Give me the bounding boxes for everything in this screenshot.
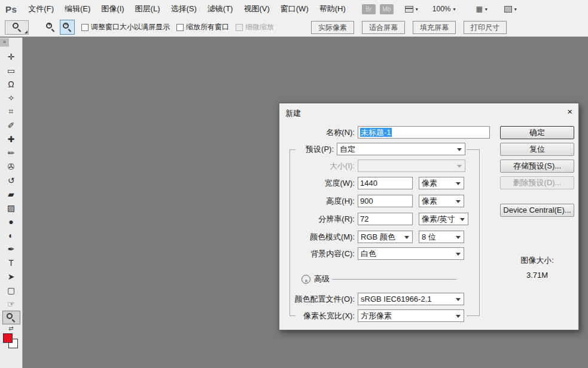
tool-crop[interactable]: ⌗ [2, 105, 20, 118]
fit-screen-button[interactable]: 适合屏幕 [362, 21, 405, 34]
zoom-tool-icon [13, 23, 22, 32]
zoom-in-button[interactable]: + [43, 20, 58, 35]
ok-button[interactable]: 确定 [500, 126, 574, 139]
pixel-aspect-dropdown[interactable]: 方形像素 [358, 309, 464, 322]
corner-arrow-icon [25, 30, 28, 33]
height-input[interactable]: 900 [358, 195, 413, 207]
lasso-tool-icon: Ω [8, 79, 14, 89]
crop-tool-icon: ⌗ [9, 106, 14, 116]
menu-window[interactable]: 窗口(W) [275, 0, 314, 18]
clone-stamp-tool-icon: ✇ [8, 162, 15, 171]
menu-view[interactable]: 视图(V) [238, 0, 275, 18]
actual-pixels-button[interactable]: 实际像素 [311, 21, 354, 34]
checkbox-icon [236, 24, 243, 31]
print-size-button[interactable]: 打印尺寸 [464, 21, 507, 34]
tool-type[interactable]: T [2, 256, 20, 269]
tool-brush[interactable]: ✏ [2, 146, 20, 160]
preset-dropdown[interactable]: 自定 [337, 143, 465, 155]
tool-pen[interactable]: ✒ [2, 242, 20, 256]
tool-gradient[interactable]: ▨ [2, 201, 20, 214]
tool-zoom[interactable] [2, 311, 20, 324]
advanced-toggle-button[interactable]: « [301, 275, 310, 284]
background-contents-dropdown[interactable]: 白色 [358, 247, 464, 260]
bit-depth-value: 8 位 [422, 232, 436, 241]
close-icon[interactable]: × [567, 106, 572, 116]
reset-button[interactable]: 复位 [500, 143, 574, 156]
save-preset-button[interactable]: 存储预设(S)... [500, 160, 574, 173]
menu-help[interactable]: 帮助(H) [314, 0, 351, 18]
path-selection-tool-icon: ➤ [8, 272, 15, 281]
tool-quick-selection[interactable]: ✧ [2, 91, 20, 105]
width-label: 宽度(W): [279, 177, 355, 190]
tool-dodge[interactable]: ◐ [2, 228, 20, 242]
foreground-color-swatch[interactable] [3, 333, 13, 343]
tool-healing-brush[interactable]: ✚ [2, 132, 20, 146]
background-contents-value: 白色 [361, 249, 376, 258]
screen-mode-button[interactable]: ▾ [501, 4, 520, 14]
tool-palette: » ✛ ▭ Ω ✧ ⌗ ✐ ✚ ✏ ✇ ↺ ▰ ▨ ● ◐ ✒ T ➤ ▢ ☞ … [0, 38, 23, 368]
eyedropper-tool-icon: ✐ [8, 121, 15, 130]
dialog-title: 新建 [285, 108, 301, 119]
device-central-button[interactable]: Device Central(E)... [500, 204, 574, 217]
preset-value: 自定 [340, 145, 355, 154]
zoom-all-windows-label: 缩放所有窗口 [186, 22, 229, 32]
move-tool-icon: ✛ [8, 52, 15, 62]
healing-brush-tool-icon: ✚ [8, 134, 15, 144]
advanced-label: 高级 [314, 273, 330, 285]
menu-layer[interactable]: 图层(L) [130, 0, 166, 18]
tool-blur[interactable]: ● [2, 214, 20, 228]
tool-path-selection[interactable]: ➤ [2, 269, 20, 283]
resize-windows-checkbox[interactable]: 调整窗口大小以满屏显示 [81, 22, 170, 32]
tool-shape[interactable]: ▢ [2, 283, 20, 297]
dodge-tool-icon: ◐ [8, 231, 13, 240]
tool-preset-picker[interactable] [5, 20, 29, 35]
image-size-label: 图像大小: [500, 255, 574, 266]
tool-eyedropper[interactable]: ✐ [2, 118, 20, 132]
group-bracket-left [290, 149, 290, 316]
tool-eraser[interactable]: ▰ [2, 187, 20, 201]
menu-edit[interactable]: 编辑(E) [59, 0, 96, 18]
zoom-out-button[interactable]: − [60, 20, 75, 35]
pixel-aspect-value: 方形像素 [361, 311, 392, 320]
zoom-level-dropdown[interactable]: 100% ▾ [429, 3, 459, 15]
group-bracket-right-bottom [467, 315, 479, 316]
resolution-input[interactable]: 72 [358, 213, 413, 225]
menu-select[interactable]: 选择(S) [165, 0, 202, 18]
brush-tool-icon: ✏ [8, 148, 15, 158]
width-input[interactable]: 1440 [358, 177, 413, 189]
fill-screen-button[interactable]: 填充屏幕 [413, 21, 456, 34]
view-extras-button[interactable]: ▾ [402, 4, 421, 14]
tool-history-brush[interactable]: ↺ [2, 173, 20, 187]
arrange-documents-button[interactable]: ▦ ▾ [473, 4, 490, 14]
tool-hand[interactable]: ☞ [2, 297, 20, 311]
tool-lasso[interactable]: Ω [2, 77, 20, 91]
launch-bridge-button[interactable]: Br [362, 4, 376, 14]
delete-preset-button: 删除预设(D)... [500, 176, 574, 189]
color-swatches [3, 333, 20, 349]
chevron-down-icon: ▾ [453, 7, 455, 12]
color-mode-dropdown[interactable]: RGB 颜色 [358, 231, 413, 243]
shape-tool-icon: ▢ [7, 286, 15, 295]
name-input[interactable]: 未标题-1 [358, 126, 490, 139]
tool-clone-stamp[interactable]: ✇ [2, 160, 20, 173]
mini-bridge-button[interactable]: Mb [380, 4, 394, 14]
color-profile-value: sRGB IEC61966-2.1 [361, 295, 432, 303]
color-mode-label: 颜色模式(M): [279, 231, 355, 244]
tool-move[interactable]: ✛ [2, 50, 20, 63]
menu-file[interactable]: 文件(F) [23, 0, 59, 18]
history-brush-tool-icon: ↺ [8, 176, 15, 185]
collapse-panel-button[interactable]: » [0, 38, 9, 47]
zoom-all-windows-checkbox[interactable]: 缩放所有窗口 [176, 22, 229, 32]
size-label: 大小(I): [279, 160, 355, 173]
tool-rectangular-marquee[interactable]: ▭ [2, 63, 20, 77]
height-unit-dropdown[interactable]: 像素 [419, 195, 464, 207]
menu-filter[interactable]: 滤镜(T) [202, 0, 239, 18]
resolution-unit-dropdown[interactable]: 像素/英寸 [419, 213, 468, 225]
resolution-label: 分辨率(R): [279, 213, 355, 226]
menu-image[interactable]: 图像(I) [96, 0, 129, 18]
color-profile-dropdown[interactable]: sRGB IEC61966-2.1 [358, 293, 464, 305]
bit-depth-dropdown[interactable]: 8 位 [419, 231, 464, 243]
swap-colors-button[interactable]: ⇄ [2, 325, 20, 332]
width-unit-dropdown[interactable]: 像素 [419, 177, 464, 189]
quick-selection-tool-icon: ✧ [8, 93, 15, 103]
